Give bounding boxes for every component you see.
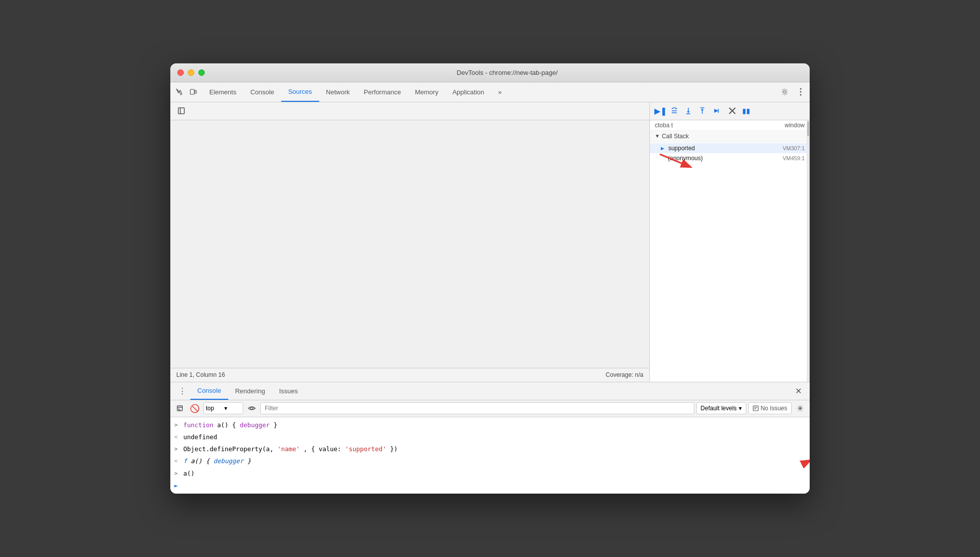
left-panel: Line 1, Column 16 Coverage: n/a — [170, 102, 650, 382]
close-button[interactable] — [177, 69, 184, 76]
window-title: DevTools - chrome://new-tab-page/ — [212, 69, 803, 76]
maximize-button[interactable] — [198, 69, 205, 76]
line-arrow-4: < — [174, 457, 180, 466]
pause-on-exceptions-button[interactable]: ▮▮ — [740, 104, 753, 117]
line-code-1: function a() { debugger } — [183, 420, 806, 430]
no-issues-label: No Issues — [761, 405, 787, 412]
string-supported: 'supported' — [345, 445, 387, 453]
keyword-debugger-1: debugger — [240, 421, 270, 429]
line-code-2: undefined — [183, 432, 806, 442]
console-line-3: > Object.defineProperty(a, 'name' , { va… — [170, 443, 810, 455]
inspect-element-icon[interactable] — [172, 85, 186, 99]
partial-row: ctoba t window — [650, 120, 810, 131]
partial-left: ctoba t — [655, 122, 673, 129]
console-panel: ⋮ Console Rendering Issues ✕ � — [170, 382, 810, 494]
main-area: Line 1, Column 16 Coverage: n/a ▶❚ — [170, 102, 810, 382]
tab-memory[interactable]: Memory — [408, 82, 446, 102]
console-more-options-icon[interactable]: ⋮ — [174, 384, 190, 398]
console-tab-issues[interactable]: Issues — [272, 382, 305, 400]
no-issues-button[interactable]: No Issues — [748, 402, 792, 414]
minimize-button[interactable] — [188, 69, 194, 76]
svg-rect-1 — [195, 90, 196, 93]
step-button[interactable] — [710, 104, 723, 117]
deactivate-breakpoints-button[interactable] — [726, 104, 739, 117]
keyword-f: f — [183, 457, 187, 465]
console-line-1: > function a() { debugger } — [170, 419, 810, 431]
panel-toggle-icon[interactable] — [174, 104, 188, 118]
levels-label: Default levels — [701, 405, 737, 412]
console-output: > function a() { debugger } < undefined … — [170, 417, 810, 494]
console-filter-bar: 🚫 top ▾ Default levels ▾ — [170, 400, 810, 417]
console-tabs: ⋮ Console Rendering Issues ✕ — [170, 382, 810, 400]
step-into-button[interactable] — [682, 104, 695, 117]
call-stack-entry-anonymous[interactable]: (anonymous) VM459:1 — [650, 153, 810, 163]
line-arrow-5: > — [174, 469, 180, 479]
left-panel-toolbar — [170, 102, 649, 120]
console-close-button[interactable]: ✕ — [791, 384, 806, 398]
svg-point-4 — [800, 94, 802, 96]
context-selector[interactable]: top ▾ — [203, 402, 243, 414]
traffic-lights — [177, 69, 205, 76]
console-prompt[interactable]: ► — [170, 480, 810, 492]
eye-icon[interactable] — [245, 402, 258, 415]
svg-point-3 — [800, 91, 802, 93]
line-arrow-2: < — [174, 433, 180, 442]
console-settings-icon[interactable] — [794, 402, 807, 415]
line-code-4: f a() { debugger } — [183, 456, 806, 466]
status-bar: Line 1, Column 16 Coverage: n/a — [170, 368, 649, 382]
tab-performance[interactable]: Performance — [357, 82, 408, 102]
coverage-status: Coverage: n/a — [606, 371, 643, 378]
entry-location-supported: VM307:1 — [783, 145, 805, 151]
console-line-2: < undefined — [170, 431, 810, 443]
resume-button[interactable]: ▶❚ — [654, 104, 667, 117]
svg-rect-5 — [178, 108, 184, 114]
default-levels-selector[interactable]: Default levels ▾ — [696, 402, 746, 414]
console-tab-rendering[interactable]: Rendering — [228, 382, 272, 400]
tab-sources[interactable]: Sources — [281, 82, 319, 102]
keyword-debugger-2: debugger — [213, 457, 243, 465]
prompt-icon: ► — [174, 481, 178, 491]
settings-icon[interactable] — [778, 85, 792, 99]
entry-name-supported: supported — [668, 145, 780, 152]
context-value: top — [206, 405, 214, 412]
filter-input[interactable] — [260, 402, 694, 414]
nav-tabs: Elements Console Sources Network Perform… — [202, 82, 509, 102]
entry-name-anonymous: (anonymous) — [660, 155, 780, 162]
levels-dropdown-icon: ▾ — [739, 405, 742, 412]
sources-content-area — [170, 120, 649, 368]
toolbar-right — [778, 85, 808, 99]
line-code-5: a() — [183, 468, 806, 479]
tab-elements[interactable]: Elements — [202, 82, 243, 102]
devtools-toolbar: Elements Console Sources Network Perform… — [170, 82, 810, 102]
tab-application[interactable]: Application — [446, 82, 491, 102]
console-line-5: > a() — [170, 468, 810, 480]
svg-point-2 — [800, 88, 802, 90]
right-scrollbar[interactable] — [807, 120, 810, 382]
svg-point-17 — [251, 407, 253, 410]
tab-console[interactable]: Console — [243, 82, 281, 102]
console-tab-console[interactable]: Console — [190, 382, 228, 400]
call-stack-area: ctoba t window ▼ Call Stack ► supported … — [650, 120, 810, 382]
device-toolbar-icon[interactable] — [186, 85, 200, 99]
context-dropdown-icon: ▾ — [224, 405, 227, 412]
keyword-function: function — [183, 421, 213, 429]
string-name: 'name' — [277, 445, 300, 453]
step-out-button[interactable] — [696, 104, 709, 117]
debug-toolbar: ▶❚ — [650, 102, 810, 120]
call-stack-header: ▼ Call Stack — [650, 131, 810, 142]
more-options-icon[interactable] — [794, 85, 808, 99]
tab-network[interactable]: Network — [319, 82, 357, 102]
line-arrow-1: > — [174, 421, 180, 430]
titlebar: DevTools - chrome://new-tab-page/ — [170, 63, 810, 82]
tab-more[interactable]: » — [491, 82, 508, 102]
svg-rect-0 — [190, 89, 194, 94]
clear-console-button[interactable] — [173, 402, 186, 415]
svg-rect-18 — [753, 406, 758, 411]
line-code-3: Object.defineProperty(a, 'name' , { valu… — [183, 444, 806, 454]
console-line-4: < f a() { debugger } — [170, 455, 810, 467]
call-stack-entry-supported[interactable]: ► supported VM307:1 — [650, 143, 810, 153]
block-requests-icon[interactable]: 🚫 — [188, 402, 201, 415]
active-frame-indicator: ► — [660, 145, 665, 151]
partial-right: window — [785, 122, 805, 129]
step-over-button[interactable] — [668, 104, 681, 117]
